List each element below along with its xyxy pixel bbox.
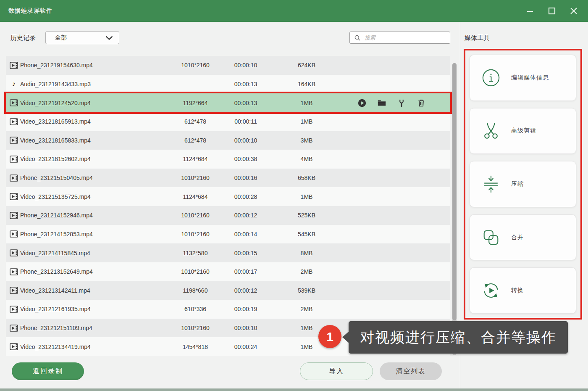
table-row[interactable]: Phone_231214152853.mp4 1010*2160 00:00:1… <box>6 225 450 244</box>
file-name: Phone_231213152649.mp4 <box>20 268 159 275</box>
table-row[interactable]: Phone_231214152946.mp4 1010*2160 00:00:1… <box>6 206 450 225</box>
back-to-record-button[interactable]: 返回录制 <box>12 362 84 380</box>
table-row[interactable]: Video_231212161935.mp4 610*336 00:00:19 … <box>6 300 450 319</box>
close-icon <box>569 6 579 16</box>
file-name: Video_231218165913.mp4 <box>20 118 159 125</box>
table-row[interactable]: Phone_231213152649.mp4 1010*2160 00:00:1… <box>6 262 450 281</box>
file-name: Phone_231214152853.mp4 <box>20 231 159 238</box>
tool-label: 压缩 <box>511 180 524 188</box>
import-button[interactable]: 导入 <box>300 362 373 380</box>
window-title: 数据蛙录屏软件 <box>8 7 52 15</box>
file-duration: 00:00:15 <box>225 250 267 256</box>
file-name: Video_231215135725.mp4 <box>20 193 159 200</box>
tool-card-merge[interactable]: 合并 <box>470 214 576 261</box>
list-scrollbar[interactable] <box>452 63 457 355</box>
search-box[interactable] <box>349 32 450 44</box>
file-resolution: 1132*580 <box>166 250 225 256</box>
file-resolution: 1454*818 <box>166 343 225 350</box>
close-button[interactable] <box>569 6 579 16</box>
tool-card-compress[interactable]: 压缩 <box>470 161 576 207</box>
window-controls <box>525 0 579 22</box>
file-duration: 00:00:10 <box>225 137 267 144</box>
video-file-icon <box>10 174 18 182</box>
file-resolution: 1198*660 <box>166 287 225 294</box>
file-resolution: 1010*2160 <box>166 212 225 219</box>
folder-icon[interactable] <box>377 98 386 108</box>
file-name: Video_231218152602.mp4 <box>20 156 159 162</box>
wrench-icon[interactable] <box>397 98 406 108</box>
trash-icon[interactable] <box>417 98 426 108</box>
file-duration: 00:00:14 <box>225 231 267 238</box>
clear-list-button[interactable]: 清空列表 <box>380 362 442 380</box>
table-row[interactable]: Video_231218152602.mp4 1124*684 00:00:38… <box>6 150 450 169</box>
video-file-icon <box>10 343 18 350</box>
file-size: 624KB <box>281 62 332 69</box>
table-row[interactable]: Video_231219124520.mp4 1192*664 00:00:13… <box>6 93 450 112</box>
tooltip-arrow <box>342 331 349 343</box>
video-file-icon <box>10 99 18 106</box>
minimize-icon <box>525 6 535 16</box>
tool-card-convert[interactable]: 转换 <box>470 267 576 314</box>
search-input[interactable] <box>365 34 440 41</box>
minimize-button[interactable] <box>525 6 535 16</box>
file-resolution: 1010*2160 <box>166 62 225 69</box>
filter-dropdown[interactable]: 全部 <box>45 31 119 44</box>
file-size: 545KB <box>281 231 332 238</box>
merge-icon <box>480 227 502 248</box>
file-name: Video_231213142411.mp4 <box>20 287 159 294</box>
table-row[interactable]: Video_231214115845.mp4 1132*580 00:00:15… <box>6 243 450 262</box>
file-size: 1MB <box>281 118 332 125</box>
table-row[interactable]: Video_231218165833.mp4 612*478 00:00:10 … <box>6 131 450 150</box>
tool-label: 高级剪辑 <box>511 127 536 135</box>
tool-label: 编辑媒体信息 <box>511 74 549 82</box>
file-size: 658KB <box>281 174 332 181</box>
file-resolution: 1010*2160 <box>166 325 225 331</box>
play-icon[interactable] <box>357 98 367 108</box>
tool-card-info[interactable]: 编辑媒体信息 <box>470 55 576 101</box>
window-bottom-edge <box>0 388 588 391</box>
file-duration: 00:00:17 <box>225 268 267 275</box>
file-size: 4MB <box>281 156 332 162</box>
audio-file-icon: ♪ <box>12 80 16 87</box>
file-resolution: 1124*684 <box>166 193 225 200</box>
maximize-icon <box>547 6 556 16</box>
file-name: Phone_231215150405.mp4 <box>20 174 159 181</box>
app-window: 数据蛙录屏软件 历史记录 全部 Phone_231219154630.mp4 1… <box>0 0 588 391</box>
annotation-step-badge: 1 <box>318 325 341 348</box>
file-duration: 00:00:24 <box>225 343 267 350</box>
file-resolution: 1124*684 <box>166 156 225 162</box>
table-row[interactable]: Video_231215135725.mp4 1124*684 00:00:28… <box>6 187 450 206</box>
file-duration: 00:00:28 <box>225 193 267 200</box>
table-row[interactable]: ♪ Audio_231219143433.mp3 00:00:13 164KB <box>6 75 450 94</box>
video-file-icon <box>10 325 18 332</box>
annotation-tooltip: 对视频进行压缩、合并等操作 <box>349 321 568 354</box>
file-duration: 00:00:11 <box>225 118 267 125</box>
history-label: 历史记录 <box>10 34 36 42</box>
file-resolution: 610*336 <box>166 306 225 312</box>
annotation-text: 对视频进行压缩、合并等操作 <box>360 328 556 347</box>
table-row[interactable]: Phone_231219154630.mp4 1010*2160 00:00:1… <box>6 56 450 75</box>
video-file-icon <box>10 156 18 163</box>
file-resolution: 1010*2160 <box>166 268 225 275</box>
file-size: 525KB <box>281 212 332 219</box>
video-file-icon <box>10 230 18 238</box>
file-name: Video_231212161935.mp4 <box>20 306 159 312</box>
table-row[interactable]: Video_231218165913.mp4 612*478 00:00:11 … <box>6 112 450 131</box>
file-name: Video_231218165833.mp4 <box>20 137 159 144</box>
row-actions <box>357 98 426 108</box>
table-row[interactable]: Video_231213142411.mp4 1198*660 00:00:12… <box>6 281 450 300</box>
table-row[interactable]: Phone_231215150405.mp4 1010*2160 00:00:1… <box>6 169 450 188</box>
convert-icon <box>480 280 502 301</box>
video-file-icon <box>10 137 18 144</box>
file-name: Audio_231219143433.mp3 <box>20 81 159 87</box>
file-name: Video_231219124520.mp4 <box>20 100 159 106</box>
file-duration: 00:00:13 <box>225 81 267 87</box>
tool-label: 合并 <box>511 234 524 241</box>
tool-card-scissors[interactable]: 高级剪辑 <box>470 108 576 154</box>
video-file-icon <box>10 62 18 69</box>
scrollbar-thumb[interactable] <box>452 63 457 320</box>
file-resolution: 1010*2160 <box>166 231 225 238</box>
maximize-button[interactable] <box>547 6 557 16</box>
file-name: Video_231214115845.mp4 <box>20 250 159 256</box>
file-size: 164KB <box>281 81 332 87</box>
